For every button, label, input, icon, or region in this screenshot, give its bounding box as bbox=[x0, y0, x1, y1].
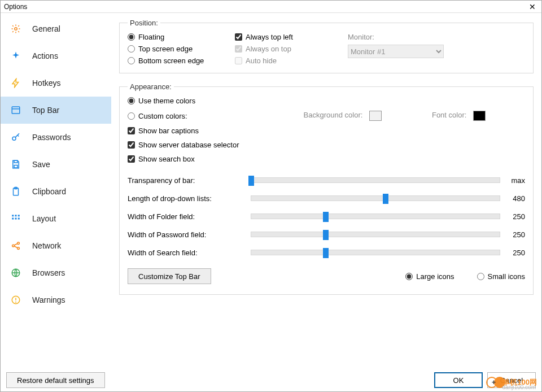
close-icon[interactable]: ✕ bbox=[527, 2, 538, 11]
sidebar-item-browsers[interactable]: Browsers bbox=[1, 259, 111, 286]
slider-track[interactable] bbox=[251, 177, 500, 183]
sidebar: GeneralActionsHotkeysTop BarPasswordsSav… bbox=[1, 13, 111, 391]
sidebar-item-general[interactable]: General bbox=[1, 15, 111, 42]
font-color-label: Font color: bbox=[432, 111, 466, 119]
slider-list: Transparency of bar:maxLength of drop-do… bbox=[128, 171, 525, 262]
content-pane: Position: Floating Top screen edge bbox=[111, 13, 541, 391]
window-title: Options bbox=[4, 3, 527, 11]
svg-rect-10 bbox=[18, 215, 20, 216]
clipboard-icon bbox=[11, 186, 21, 197]
slider-row: Transparency of bar:max bbox=[128, 171, 525, 189]
checkbox-show-captions[interactable] bbox=[128, 127, 135, 134]
sidebar-item-label: Warnings bbox=[32, 295, 65, 304]
bolt-icon bbox=[11, 78, 21, 88]
position-legend: Position: bbox=[128, 19, 160, 27]
customize-top-bar-button[interactable]: Customize Top Bar bbox=[128, 268, 211, 284]
slider-value: 250 bbox=[500, 212, 525, 221]
slider-thumb[interactable] bbox=[383, 194, 388, 204]
svg-rect-1 bbox=[12, 107, 20, 114]
sidebar-item-passwords[interactable]: Passwords bbox=[1, 124, 111, 151]
sidebar-item-actions[interactable]: Actions bbox=[1, 42, 111, 69]
options-window: Options ✕ GeneralActionsHotkeysTop BarPa… bbox=[0, 0, 542, 392]
position-top-edge-radio[interactable]: Top screen edge bbox=[128, 45, 235, 53]
svg-rect-5 bbox=[14, 160, 18, 163]
slider-row: Width of Password field:250 bbox=[128, 225, 525, 243]
radio-custom-colors[interactable] bbox=[128, 112, 135, 120]
slider-track[interactable] bbox=[251, 250, 500, 255]
sidebar-item-label: Hotkeys bbox=[32, 79, 61, 88]
custom-colors-radio[interactable]: Custom colors: bbox=[128, 112, 252, 120]
radio-large-icons[interactable] bbox=[405, 273, 413, 280]
position-floating-radio[interactable]: Floating bbox=[128, 33, 235, 41]
show-captions-checkbox[interactable]: Show bar captions bbox=[128, 127, 525, 135]
sidebar-item-clipboard[interactable]: Clipboard bbox=[1, 178, 111, 205]
svg-rect-11 bbox=[12, 218, 14, 220]
body: GeneralActionsHotkeysTop BarPasswordsSav… bbox=[1, 13, 541, 391]
sidebar-item-label: Browsers bbox=[32, 268, 65, 277]
sidebar-item-label: Top Bar bbox=[32, 106, 59, 115]
cancel-button[interactable]: Cancel bbox=[487, 372, 536, 388]
titlebar: Options ✕ bbox=[1, 1, 541, 13]
slider-label: Width of Folder field: bbox=[128, 212, 251, 221]
footer: Restore default settings OK Cancel bbox=[1, 369, 541, 391]
gear-icon bbox=[11, 24, 21, 34]
appearance-group: Appearance: Use theme colors Custom colo… bbox=[119, 82, 534, 295]
sidebar-item-save[interactable]: Save bbox=[1, 151, 111, 178]
checkbox-always-top-left[interactable] bbox=[235, 33, 242, 41]
sidebar-item-warnings[interactable]: Warnings bbox=[1, 286, 111, 313]
slider-value: 250 bbox=[500, 249, 525, 257]
slider-value: 250 bbox=[500, 230, 525, 239]
topbar-icon bbox=[11, 105, 21, 115]
sidebar-item-label: Clipboard bbox=[32, 187, 66, 196]
font-color-swatch[interactable] bbox=[473, 111, 486, 121]
show-db-selector-checkbox[interactable]: Show server database selector bbox=[128, 141, 525, 149]
sparkle-icon bbox=[11, 51, 21, 61]
slider-label: Width of Search field: bbox=[128, 249, 251, 257]
sidebar-item-label: Layout bbox=[32, 214, 56, 223]
slider-row: Width of Search field:250 bbox=[128, 243, 525, 262]
radio-top-edge[interactable] bbox=[128, 45, 135, 53]
slider-track[interactable] bbox=[251, 214, 500, 219]
radio-small-icons[interactable] bbox=[477, 273, 484, 280]
bg-color-label: Background color: bbox=[304, 111, 363, 119]
sidebar-item-hotkeys[interactable]: Hotkeys bbox=[1, 69, 111, 97]
radio-floating[interactable] bbox=[128, 33, 135, 41]
small-icons-radio[interactable]: Small icons bbox=[477, 272, 525, 281]
svg-rect-8 bbox=[12, 215, 14, 216]
key-icon bbox=[11, 132, 21, 142]
ok-button[interactable]: OK bbox=[434, 372, 483, 388]
slider-row: Length of drop-down lists:480 bbox=[128, 189, 525, 207]
radio-bottom-edge[interactable] bbox=[128, 57, 135, 64]
sidebar-item-layout[interactable]: Layout bbox=[1, 205, 111, 232]
sidebar-item-top-bar[interactable]: Top Bar bbox=[1, 97, 111, 124]
slider-value: 480 bbox=[500, 194, 525, 203]
slider-thumb[interactable] bbox=[323, 248, 329, 258]
radio-theme-colors[interactable] bbox=[128, 97, 135, 104]
auto-hide-checkbox: Auto hide bbox=[235, 56, 348, 65]
slider-thumb[interactable] bbox=[248, 176, 254, 186]
checkbox-show-db-selector[interactable] bbox=[128, 141, 135, 149]
show-search-checkbox[interactable]: Show search box bbox=[128, 155, 525, 163]
svg-rect-4 bbox=[14, 165, 18, 168]
use-theme-colors-radio[interactable]: Use theme colors bbox=[128, 97, 252, 105]
svg-rect-13 bbox=[18, 218, 20, 220]
checkbox-auto-hide bbox=[235, 57, 242, 64]
always-top-left-checkbox[interactable]: Always top left bbox=[235, 33, 348, 41]
share-icon bbox=[11, 241, 21, 251]
large-icons-radio[interactable]: Large icons bbox=[405, 272, 454, 281]
save-icon bbox=[11, 159, 21, 169]
warning-icon bbox=[11, 295, 21, 305]
slider-track[interactable] bbox=[251, 232, 500, 237]
bg-color-swatch[interactable] bbox=[369, 111, 382, 121]
slider-label: Width of Password field: bbox=[128, 230, 251, 239]
slider-thumb[interactable] bbox=[323, 230, 329, 240]
sidebar-item-label: General bbox=[32, 24, 60, 33]
checkbox-show-search[interactable] bbox=[128, 155, 135, 163]
always-on-top-checkbox: Always on top bbox=[235, 45, 348, 53]
slider-track[interactable] bbox=[251, 195, 500, 201]
position-bottom-edge-radio[interactable]: Bottom screen edge bbox=[128, 56, 235, 65]
restore-defaults-button[interactable]: Restore default settings bbox=[6, 372, 105, 388]
monitor-select: Monitor #1 bbox=[348, 45, 444, 58]
slider-thumb[interactable] bbox=[323, 212, 329, 222]
sidebar-item-network[interactable]: Network bbox=[1, 232, 111, 259]
